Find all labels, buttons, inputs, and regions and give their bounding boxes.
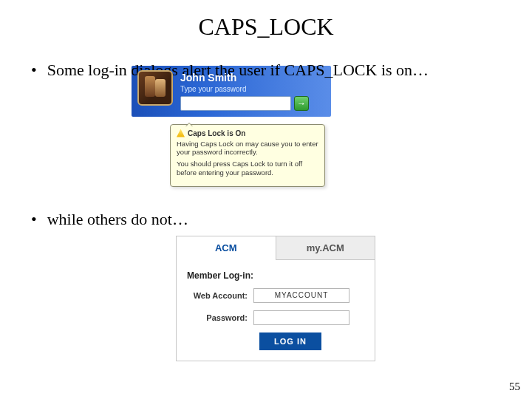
tooltip-line-2: You should press Caps Lock to turn it of…	[177, 160, 318, 177]
acm-heading: Member Log-in:	[187, 270, 364, 281]
acm-login-figure: ACM my.ACM Member Log-in: Web Account: P…	[176, 236, 511, 361]
warning-icon	[177, 129, 185, 137]
label-web-account: Web Account:	[187, 291, 253, 300]
arrow-right-icon: →	[297, 99, 306, 108]
slide: CAPS_LOCK • Some log-in dialogs alert th…	[0, 0, 532, 399]
tooltip-title: Caps Lock is On	[188, 129, 245, 137]
xp-password-input[interactable]	[180, 96, 291, 111]
bullet-dot-icon: •	[31, 209, 37, 230]
web-account-input[interactable]	[253, 288, 349, 303]
tab-acm[interactable]: ACM	[177, 236, 276, 260]
bullet-dot-icon: •	[31, 60, 37, 81]
login-button[interactable]: LOG IN	[259, 332, 321, 350]
xp-login-figure: John Smith Type your password → Caps	[132, 66, 511, 188]
page-number: 55	[509, 381, 520, 393]
tooltip-line-1: Having Caps Lock on may cause you to ent…	[177, 140, 318, 157]
xp-password-hint: Type your password	[180, 85, 325, 93]
bullet-2: • while others do not…	[27, 209, 511, 230]
password-input[interactable]	[253, 310, 349, 325]
xp-submit-button[interactable]: →	[294, 96, 309, 111]
tab-myacm[interactable]: my.ACM	[276, 236, 375, 260]
user-avatar	[137, 70, 173, 106]
slide-title: CAPS_LOCK	[21, 13, 511, 41]
caps-lock-tooltip: Caps Lock is On Having Caps Lock on may …	[170, 124, 325, 188]
bullet-2-text: while others do not…	[47, 209, 511, 230]
label-password: Password:	[187, 313, 253, 322]
acm-tabs: ACM my.ACM	[177, 236, 375, 260]
xp-username: John Smith	[180, 72, 325, 83]
